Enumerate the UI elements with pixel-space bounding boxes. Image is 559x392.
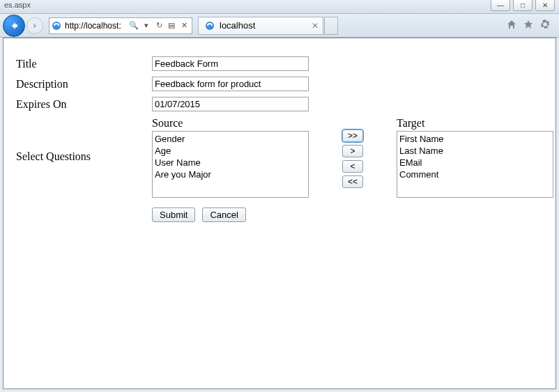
label-target: Target [397,117,553,130]
source-listbox[interactable]: GenderAgeUser NameAre you Major [152,131,309,198]
move-all-left-button[interactable]: << [342,175,363,188]
svg-point-1 [55,24,58,27]
ie-tab-icon [204,20,215,31]
list-item[interactable]: EMail [399,157,551,168]
list-item[interactable]: Are you Major [155,168,306,180]
target-column: Target First NameLast NameEMailComment [397,117,553,198]
submit-button[interactable]: Submit [152,207,195,222]
favorites-icon[interactable] [523,19,534,32]
close-window-button[interactable]: ✕ [535,0,555,11]
maximize-button[interactable]: □ [513,0,533,11]
window-title: es.aspx [4,1,31,9]
label-description: Description [16,77,152,91]
action-row: Submit Cancel [152,207,543,222]
toolbar-right [506,19,556,32]
row-select-questions: Select Questions Source GenderAgeUser Na… [16,117,543,198]
svg-point-3 [208,24,211,27]
expires-input[interactable] [152,97,309,111]
stop-icon[interactable]: ✕ [179,21,189,30]
ie-page-icon [49,20,63,31]
back-button[interactable] [3,15,25,37]
label-select-questions: Select Questions [16,117,152,163]
browser-tab[interactable]: localhost ✕ [198,17,323,35]
mover-buttons: >> > < << [342,130,363,188]
row-title: Title [16,56,543,71]
address-tools: 🔍 ▾ ↻ ▤ ✕ [126,21,192,30]
minimize-button[interactable]: — [491,0,510,11]
gear-icon[interactable] [539,19,551,32]
tab-title: localhost [220,20,255,31]
compat-icon[interactable]: ▤ [167,21,176,30]
move-all-right-button[interactable]: >> [342,130,363,142]
move-left-button[interactable]: < [342,160,363,173]
title-input[interactable] [152,56,309,71]
home-icon[interactable] [506,19,517,32]
description-input[interactable] [152,77,309,91]
refresh-icon[interactable]: ↻ [154,21,164,30]
search-icon[interactable]: 🔍 [129,21,139,30]
window-titlebar: es.aspx — □ ✕ [0,0,559,14]
target-listbox[interactable]: First NameLast NameEMailComment [397,131,553,198]
list-item[interactable]: User Name [155,157,306,168]
list-item[interactable]: Last Name [399,145,551,157]
move-right-button[interactable]: > [342,145,363,157]
source-column: Source GenderAgeUser NameAre you Major [152,117,309,198]
window-controls: — □ ✕ [491,0,555,11]
page-viewport: Title Description Expires On Select Ques… [3,38,556,389]
cancel-button[interactable]: Cancel [202,207,245,222]
url-input[interactable] [63,19,126,32]
row-expires: Expires On [16,97,543,111]
list-item[interactable]: Comment [399,168,551,180]
feedback-form-page: Title Description Expires On Select Ques… [3,38,556,240]
browser-toolbar: 🔍 ▾ ↻ ▤ ✕ localhost ✕ [0,14,559,38]
label-title: Title [16,56,152,70]
forward-arrow-icon [31,22,39,30]
address-bar[interactable]: 🔍 ▾ ↻ ▤ ✕ [49,17,192,34]
forward-button[interactable] [26,17,43,34]
dropdown-icon[interactable]: ▾ [141,21,151,30]
list-item[interactable]: Gender [155,133,306,145]
back-arrow-icon [8,20,20,31]
list-item[interactable]: First Name [399,133,551,145]
label-source: Source [152,117,309,130]
new-tab-button[interactable] [324,17,338,35]
row-description: Description [16,77,543,91]
tab-close-icon[interactable]: ✕ [312,21,319,31]
label-expires: Expires On [16,97,152,111]
list-item[interactable]: Age [155,145,306,157]
